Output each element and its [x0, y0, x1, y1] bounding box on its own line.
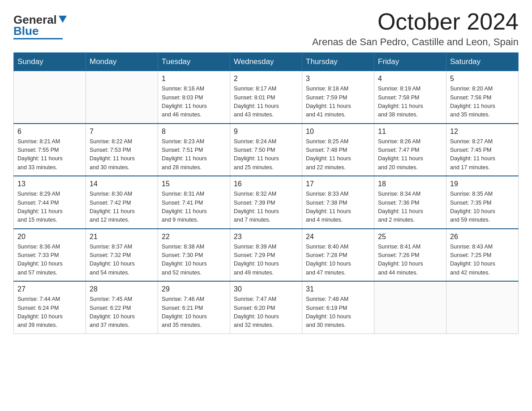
calendar-cell: 9Sunrise: 8:24 AM Sunset: 7:50 PM Daylig… — [230, 124, 302, 176]
day-info: Sunrise: 8:36 AM Sunset: 7:33 PM Dayligh… — [17, 243, 82, 278]
day-number: 12 — [450, 128, 515, 136]
day-info: Sunrise: 8:35 AM Sunset: 7:35 PM Dayligh… — [450, 190, 515, 225]
day-info: Sunrise: 8:31 AM Sunset: 7:41 PM Dayligh… — [162, 190, 226, 225]
day-number: 31 — [306, 285, 370, 293]
day-number: 3 — [306, 75, 370, 83]
day-number: 18 — [378, 180, 442, 188]
calendar-cell: 22Sunrise: 8:38 AM Sunset: 7:30 PM Dayli… — [158, 229, 230, 282]
day-info: Sunrise: 7:44 AM Sunset: 6:24 PM Dayligh… — [17, 295, 82, 330]
day-info: Sunrise: 8:18 AM Sunset: 7:59 PM Dayligh… — [306, 85, 370, 120]
day-number: 2 — [234, 75, 298, 83]
day-info: Sunrise: 8:23 AM Sunset: 7:51 PM Dayligh… — [162, 137, 226, 172]
logo-text-blue: Blue — [13, 25, 39, 38]
calendar-week-row: 1Sunrise: 8:16 AM Sunset: 8:03 PM Daylig… — [14, 71, 519, 124]
calendar-header-row: SundayMondayTuesdayWednesdayThursdayFrid… — [14, 53, 519, 71]
calendar-cell: 29Sunrise: 7:46 AM Sunset: 6:21 PM Dayli… — [158, 281, 230, 334]
day-info: Sunrise: 8:38 AM Sunset: 7:30 PM Dayligh… — [162, 243, 226, 278]
calendar-cell: 12Sunrise: 8:27 AM Sunset: 7:45 PM Dayli… — [446, 124, 519, 176]
day-info: Sunrise: 8:25 AM Sunset: 7:48 PM Dayligh… — [306, 137, 370, 172]
calendar-cell: 5Sunrise: 8:20 AM Sunset: 7:56 PM Daylig… — [446, 71, 519, 124]
day-number: 20 — [17, 233, 82, 241]
day-info: Sunrise: 7:46 AM Sunset: 6:21 PM Dayligh… — [162, 295, 226, 330]
location-title: Arenas de San Pedro, Castille and Leon, … — [312, 36, 519, 48]
day-number: 29 — [162, 285, 226, 293]
logo-arrow-icon — [58, 14, 68, 24]
day-number: 9 — [234, 128, 298, 136]
calendar-cell: 4Sunrise: 8:19 AM Sunset: 7:58 PM Daylig… — [374, 71, 446, 124]
day-number: 10 — [306, 128, 370, 136]
calendar-cell: 1Sunrise: 8:16 AM Sunset: 8:03 PM Daylig… — [158, 71, 230, 124]
day-info: Sunrise: 8:41 AM Sunset: 7:26 PM Dayligh… — [378, 243, 442, 278]
day-info: Sunrise: 8:17 AM Sunset: 8:01 PM Dayligh… — [234, 85, 298, 120]
day-info: Sunrise: 8:33 AM Sunset: 7:38 PM Dayligh… — [306, 190, 370, 225]
calendar-cell: 13Sunrise: 8:29 AM Sunset: 7:44 PM Dayli… — [14, 176, 86, 229]
day-number: 8 — [162, 128, 226, 136]
day-number: 16 — [234, 180, 298, 188]
day-number: 30 — [234, 285, 298, 293]
day-number: 1 — [162, 75, 226, 83]
svg-marker-0 — [59, 16, 67, 23]
calendar-cell: 20Sunrise: 8:36 AM Sunset: 7:33 PM Dayli… — [14, 229, 86, 282]
day-number: 6 — [17, 128, 82, 136]
day-number: 24 — [306, 233, 370, 241]
calendar-cell: 19Sunrise: 8:35 AM Sunset: 7:35 PM Dayli… — [446, 176, 519, 229]
calendar-cell: 26Sunrise: 8:43 AM Sunset: 7:25 PM Dayli… — [446, 229, 519, 282]
day-info: Sunrise: 8:20 AM Sunset: 7:56 PM Dayligh… — [450, 85, 515, 120]
calendar-cell: 27Sunrise: 7:44 AM Sunset: 6:24 PM Dayli… — [14, 281, 86, 334]
calendar-cell: 8Sunrise: 8:23 AM Sunset: 7:51 PM Daylig… — [158, 124, 230, 176]
calendar-header-monday: Monday — [86, 53, 158, 71]
day-info: Sunrise: 8:16 AM Sunset: 8:03 PM Dayligh… — [162, 85, 226, 120]
calendar-cell: 25Sunrise: 8:41 AM Sunset: 7:26 PM Dayli… — [374, 229, 446, 282]
calendar-cell: 23Sunrise: 8:39 AM Sunset: 7:29 PM Dayli… — [230, 229, 302, 282]
calendar-cell: 28Sunrise: 7:45 AM Sunset: 6:22 PM Dayli… — [86, 281, 158, 334]
day-number: 26 — [450, 233, 515, 241]
day-number: 11 — [378, 128, 442, 136]
calendar-cell — [86, 71, 158, 124]
day-info: Sunrise: 8:24 AM Sunset: 7:50 PM Dayligh… — [234, 137, 298, 172]
calendar-week-row: 27Sunrise: 7:44 AM Sunset: 6:24 PM Dayli… — [14, 281, 519, 334]
day-info: Sunrise: 7:47 AM Sunset: 6:20 PM Dayligh… — [234, 295, 298, 330]
day-info: Sunrise: 8:39 AM Sunset: 7:29 PM Dayligh… — [234, 243, 298, 278]
calendar-cell: 24Sunrise: 8:40 AM Sunset: 7:28 PM Dayli… — [302, 229, 374, 282]
day-number: 13 — [17, 180, 82, 188]
title-section: October 2024 Arenas de San Pedro, Castil… — [312, 9, 519, 48]
day-info: Sunrise: 7:48 AM Sunset: 6:19 PM Dayligh… — [306, 295, 370, 330]
day-info: Sunrise: 8:37 AM Sunset: 7:32 PM Dayligh… — [90, 243, 154, 278]
calendar-cell: 17Sunrise: 8:33 AM Sunset: 7:38 PM Dayli… — [302, 176, 374, 229]
calendar-cell: 21Sunrise: 8:37 AM Sunset: 7:32 PM Dayli… — [86, 229, 158, 282]
calendar-header-tuesday: Tuesday — [158, 53, 230, 71]
day-number: 5 — [450, 75, 515, 83]
day-info: Sunrise: 8:26 AM Sunset: 7:47 PM Dayligh… — [378, 137, 442, 172]
calendar-cell: 31Sunrise: 7:48 AM Sunset: 6:19 PM Dayli… — [302, 281, 374, 334]
day-info: Sunrise: 8:30 AM Sunset: 7:42 PM Dayligh… — [90, 190, 154, 225]
day-number: 4 — [378, 75, 442, 83]
calendar-header-friday: Friday — [374, 53, 446, 71]
calendar-cell — [374, 281, 446, 334]
day-number: 23 — [234, 233, 298, 241]
day-number: 28 — [90, 285, 154, 293]
calendar-cell: 30Sunrise: 7:47 AM Sunset: 6:20 PM Dayli… — [230, 281, 302, 334]
calendar-table: SundayMondayTuesdayWednesdayThursdayFrid… — [13, 52, 519, 334]
calendar-week-row: 6Sunrise: 8:21 AM Sunset: 7:55 PM Daylig… — [14, 124, 519, 176]
calendar-cell: 3Sunrise: 8:18 AM Sunset: 7:59 PM Daylig… — [302, 71, 374, 124]
page-header: General Blue October 2024 Arenas de San … — [13, 9, 519, 48]
calendar-cell — [446, 281, 519, 334]
day-info: Sunrise: 8:21 AM Sunset: 7:55 PM Dayligh… — [17, 137, 82, 172]
day-info: Sunrise: 8:43 AM Sunset: 7:25 PM Dayligh… — [450, 243, 515, 278]
calendar-cell: 6Sunrise: 8:21 AM Sunset: 7:55 PM Daylig… — [14, 124, 86, 176]
calendar-header-saturday: Saturday — [446, 53, 519, 71]
day-info: Sunrise: 7:45 AM Sunset: 6:22 PM Dayligh… — [90, 295, 154, 330]
day-number: 25 — [378, 233, 442, 241]
day-number: 17 — [306, 180, 370, 188]
day-info: Sunrise: 8:34 AM Sunset: 7:36 PM Dayligh… — [378, 190, 442, 225]
month-title: October 2024 — [312, 9, 519, 34]
calendar-cell: 15Sunrise: 8:31 AM Sunset: 7:41 PM Dayli… — [158, 176, 230, 229]
day-number: 21 — [90, 233, 154, 241]
calendar-cell: 11Sunrise: 8:26 AM Sunset: 7:47 PM Dayli… — [374, 124, 446, 176]
day-number: 19 — [450, 180, 515, 188]
logo: General Blue — [13, 13, 68, 39]
calendar-cell: 2Sunrise: 8:17 AM Sunset: 8:01 PM Daylig… — [230, 71, 302, 124]
logo-underline — [13, 38, 63, 39]
day-info: Sunrise: 8:19 AM Sunset: 7:58 PM Dayligh… — [378, 85, 442, 120]
day-number: 22 — [162, 233, 226, 241]
